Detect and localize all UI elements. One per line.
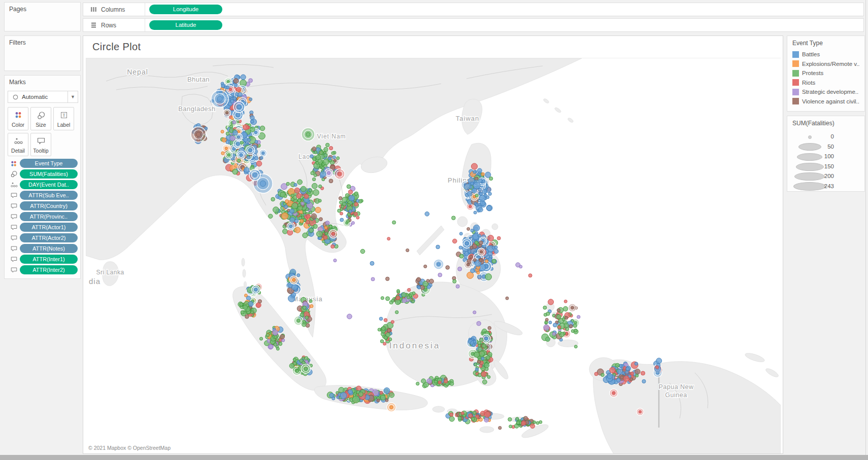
map-mark[interactable] — [280, 335, 285, 339]
mark-type-dropdown[interactable]: Automatic ▼ — [8, 91, 78, 103]
map-mark[interactable] — [498, 427, 502, 430]
map-mark[interactable] — [340, 393, 347, 399]
map-mark[interactable] — [226, 112, 228, 114]
map-mark[interactable] — [465, 242, 469, 245]
map-mark[interactable] — [273, 330, 278, 335]
map-mark[interactable] — [294, 183, 297, 186]
map-mark[interactable] — [243, 124, 249, 130]
map-mark[interactable] — [354, 213, 357, 216]
map-mark[interactable] — [478, 373, 481, 377]
map-mark[interactable] — [249, 79, 253, 83]
map-mark[interactable] — [296, 194, 302, 199]
map-mark[interactable] — [402, 293, 406, 297]
map-mark[interactable] — [471, 229, 474, 232]
map-mark[interactable] — [320, 171, 326, 177]
map-mark[interactable] — [389, 393, 394, 398]
map-mark[interactable] — [285, 200, 289, 203]
legend-item-riots[interactable]: Riots — [792, 79, 815, 87]
map-mark[interactable] — [338, 209, 341, 213]
map-mark[interactable] — [311, 214, 317, 219]
map-mark[interactable] — [387, 237, 390, 240]
map-mark[interactable] — [565, 327, 569, 331]
map-mark[interactable] — [485, 337, 487, 340]
map-mark[interactable] — [470, 255, 473, 258]
map-mark[interactable] — [616, 378, 620, 382]
pill-longitude[interactable]: Longitude — [149, 5, 222, 14]
map-mark[interactable] — [509, 425, 512, 428]
map-mark[interactable] — [546, 337, 550, 341]
map-mark[interactable] — [225, 147, 227, 149]
map-mark[interactable] — [577, 315, 580, 319]
map-mark[interactable] — [636, 374, 639, 377]
map-mark[interactable] — [303, 306, 306, 309]
map-mark[interactable] — [349, 209, 352, 213]
map-mark[interactable] — [370, 261, 374, 265]
map-mark[interactable] — [348, 190, 352, 194]
map-mark[interactable] — [329, 179, 333, 183]
map-mark[interactable] — [473, 311, 476, 314]
map-mark[interactable] — [546, 312, 550, 315]
map-mark[interactable] — [536, 421, 539, 424]
map-mark[interactable] — [459, 246, 462, 250]
map-mark[interactable] — [450, 382, 454, 386]
map-mark[interactable] — [473, 170, 476, 173]
map-mark[interactable] — [484, 411, 490, 417]
map-mark[interactable] — [479, 365, 482, 368]
map-mark[interactable] — [479, 259, 482, 262]
map-mark[interactable] — [620, 376, 624, 379]
map-mark[interactable] — [262, 152, 264, 154]
map-mark[interactable] — [246, 296, 250, 300]
map-mark[interactable] — [482, 275, 485, 278]
map-mark[interactable] — [324, 226, 327, 229]
map-mark[interactable] — [479, 241, 483, 245]
marks-pill[interactable]: ATTR(Inter1) — [20, 255, 78, 264]
map-mark[interactable] — [294, 188, 300, 193]
map-mark[interactable] — [237, 87, 241, 92]
map-mark[interactable] — [274, 336, 277, 339]
map-mark[interactable] — [326, 143, 329, 147]
map-mark[interactable] — [548, 299, 554, 305]
legend-item-protests[interactable]: Protests — [792, 69, 823, 77]
map-mark[interactable] — [564, 316, 567, 320]
map-mark[interactable] — [299, 359, 303, 363]
map-mark[interactable] — [472, 352, 474, 355]
marks-pill[interactable]: ATTR(Sub Eve.. — [20, 191, 78, 200]
color-button[interactable]: Color — [8, 107, 28, 130]
map-mark[interactable] — [305, 357, 308, 360]
map-mark[interactable] — [479, 195, 485, 201]
map-mark[interactable] — [390, 406, 392, 408]
map-mark[interactable] — [221, 152, 224, 155]
map-mark[interactable] — [407, 296, 410, 299]
map-mark[interactable] — [305, 316, 309, 320]
map-mark[interactable] — [332, 233, 335, 235]
map-mark[interactable] — [473, 259, 476, 262]
map-mark[interactable] — [313, 224, 317, 228]
map-mark[interactable] — [453, 239, 457, 243]
map-mark[interactable] — [487, 375, 490, 378]
map-mark[interactable] — [479, 188, 482, 191]
map-mark[interactable] — [256, 161, 262, 166]
map-mark[interactable] — [558, 331, 561, 334]
map-mark[interactable] — [479, 192, 483, 196]
map-mark[interactable] — [273, 207, 279, 213]
map-mark[interactable] — [243, 305, 247, 310]
map-mark[interactable] — [240, 154, 243, 157]
marks-pill[interactable]: SUM(Fatalities) — [20, 169, 78, 179]
map-mark[interactable] — [232, 169, 238, 174]
map-canvas[interactable]: diaNepalBhutanBangladeshTaiwanViet NamLa… — [86, 58, 781, 453]
map-mark[interactable] — [641, 371, 645, 375]
map-mark[interactable] — [360, 249, 365, 254]
map-mark[interactable] — [255, 289, 257, 291]
map-mark[interactable] — [594, 372, 598, 376]
map-mark[interactable] — [426, 279, 429, 282]
map-mark[interactable] — [635, 369, 641, 375]
map-mark[interactable] — [417, 277, 421, 281]
map-mark[interactable] — [233, 79, 239, 84]
map-mark[interactable] — [528, 274, 532, 277]
map-mark[interactable] — [639, 411, 641, 413]
map-mark[interactable] — [467, 227, 470, 230]
map-mark[interactable] — [471, 269, 475, 273]
map-mark[interactable] — [483, 380, 487, 384]
map-mark[interactable] — [310, 155, 314, 158]
map-mark[interactable] — [497, 236, 500, 240]
